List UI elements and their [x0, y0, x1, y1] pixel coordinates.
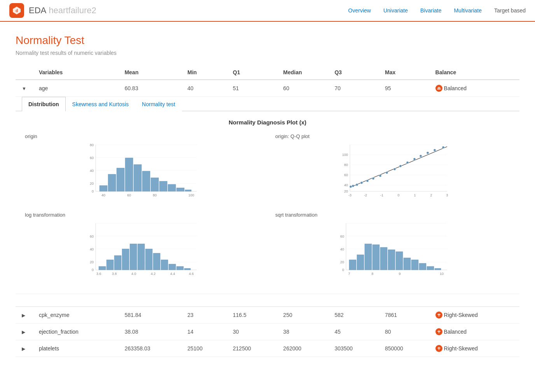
col-median: Median	[277, 65, 328, 80]
tab-distribution[interactable]: Distribution	[22, 97, 66, 111]
expand-platelets-btn[interactable]: ▶	[22, 346, 25, 352]
svg-rect-112	[396, 252, 403, 270]
svg-text:20: 20	[90, 260, 94, 264]
svg-rect-17	[100, 186, 107, 191]
page-title: Normality Test	[16, 34, 519, 47]
svg-text:2: 2	[430, 193, 432, 197]
svg-text:3.6: 3.6	[96, 272, 101, 276]
chart-log-title: log transformation	[25, 212, 260, 218]
cpk-q1: 116.5	[227, 307, 277, 324]
svg-text:60: 60	[127, 193, 131, 197]
chart-origin: origin 0	[25, 133, 260, 204]
svg-text:80: 80	[90, 143, 94, 147]
charts-grid: origin 0	[25, 133, 510, 283]
nav-bivariate[interactable]: Bivariate	[420, 7, 441, 14]
header-title: EDA heartfailure2	[29, 5, 96, 16]
cpk-name: cpk_enzyme	[33, 307, 119, 324]
cpk-median: 250	[277, 307, 328, 324]
table-row-cpk: ▶ cpk_enzyme 581.84 23 116.5 250 582 786…	[16, 307, 519, 324]
chart-log: log transformation	[25, 212, 260, 283]
svg-rect-22	[142, 171, 150, 191]
svg-rect-115	[419, 263, 426, 270]
chart-qqplot-title: origin: Q-Q plot	[275, 133, 510, 139]
svg-rect-80	[114, 256, 121, 270]
chart-sqrt-title: sqrt transformation	[275, 212, 510, 218]
nav-overview[interactable]: Overview	[348, 7, 371, 14]
balance-icon-platelets	[435, 345, 442, 352]
balance-label-age: Balanced	[444, 85, 467, 91]
platelets-name: platelets	[33, 340, 119, 357]
svg-point-64	[420, 155, 422, 157]
distribution-tabs: Distribution Skewness and Kurtosis Norma…	[16, 97, 519, 111]
svg-point-54	[356, 184, 358, 186]
svg-rect-109	[372, 245, 379, 270]
svg-text:20: 20	[340, 260, 344, 264]
platelets-balance: Right-Skewed	[429, 340, 519, 357]
nav-univariate[interactable]: Univariate	[383, 7, 408, 14]
separator-row	[16, 294, 519, 307]
ejection-max: 80	[379, 324, 429, 340]
platelets-q1: 212500	[227, 340, 277, 357]
tab-skewness[interactable]: Skewness and Kurtosis	[66, 97, 136, 111]
svg-point-65	[427, 152, 429, 154]
svg-text:9: 9	[399, 272, 400, 276]
svg-text:60: 60	[344, 173, 348, 177]
main-content: Normality Test Normality test results of…	[0, 22, 535, 392]
col-expand	[16, 65, 33, 80]
svg-rect-19	[117, 168, 124, 191]
svg-text:40: 40	[90, 169, 94, 173]
svg-point-59	[386, 172, 388, 174]
svg-text:100: 100	[188, 193, 194, 197]
svg-text:4.0: 4.0	[131, 272, 136, 276]
expand-ejection-btn[interactable]: ▶	[22, 329, 25, 335]
svg-point-57	[372, 177, 374, 180]
svg-point-62	[406, 161, 409, 164]
svg-rect-27	[185, 190, 191, 191]
balance-label-platelets: Right-Skewed	[444, 345, 478, 352]
table-row-platelets: ▶ platelets 263358.03 25100 212500 26200…	[16, 340, 519, 357]
svg-text:40: 40	[90, 247, 94, 251]
svg-rect-84	[145, 249, 152, 270]
svg-rect-86	[161, 260, 168, 270]
svg-rect-114	[411, 260, 418, 270]
svg-text:100: 100	[342, 153, 348, 157]
svg-text:8: 8	[371, 272, 373, 276]
svg-point-53	[352, 185, 354, 187]
expand-cpk-btn[interactable]: ▶	[22, 313, 25, 318]
svg-rect-113	[404, 258, 411, 270]
svg-line-51	[350, 147, 447, 187]
nav-target-based[interactable]: Target based	[494, 7, 526, 14]
svg-rect-21	[134, 164, 142, 191]
ejection-mean: 38.08	[118, 324, 181, 340]
svg-rect-89	[184, 268, 191, 270]
svg-text:40: 40	[101, 193, 105, 197]
svg-point-55	[360, 182, 363, 184]
expand-age-btn[interactable]: ▼	[22, 86, 26, 91]
balance-label-ejection: Balanced	[444, 329, 467, 335]
cpk-q3: 582	[328, 307, 379, 324]
sqrt-histogram: 0 20 40 60	[275, 219, 510, 282]
normality-table: Variables Mean Min Q1 Median Q3 Max Bala…	[16, 65, 519, 357]
svg-text:-3: -3	[348, 193, 351, 197]
chart-qqplot: origin: Q-Q plot	[275, 133, 510, 204]
ejection-median: 38	[277, 324, 328, 340]
nav-multivariate[interactable]: Multivariate	[454, 7, 482, 14]
chart-origin-title: origin	[25, 133, 260, 139]
cpk-max: 7861	[379, 307, 429, 324]
tab-normality-test[interactable]: Normality test	[135, 97, 182, 111]
svg-rect-87	[169, 264, 176, 270]
svg-rect-107	[357, 255, 364, 270]
svg-text:-1: -1	[380, 193, 383, 197]
svg-rect-18	[108, 174, 116, 191]
ejection-q3: 45	[328, 324, 379, 340]
ejection-balance: Balanced	[429, 324, 519, 340]
charts-area: Normality Diagnosis Plot (x) origin	[16, 111, 519, 294]
balance-icon-age	[435, 85, 442, 92]
svg-text:40: 40	[344, 183, 348, 187]
age-median: 60	[277, 80, 328, 97]
svg-text:60: 60	[340, 234, 344, 238]
expanded-row-age: Distribution Skewness and Kurtosis Norma…	[16, 97, 519, 294]
top-nav: Overview Univariate Bivariate Multivaria…	[348, 7, 526, 14]
svg-rect-23	[151, 178, 159, 191]
svg-point-66	[434, 149, 436, 151]
